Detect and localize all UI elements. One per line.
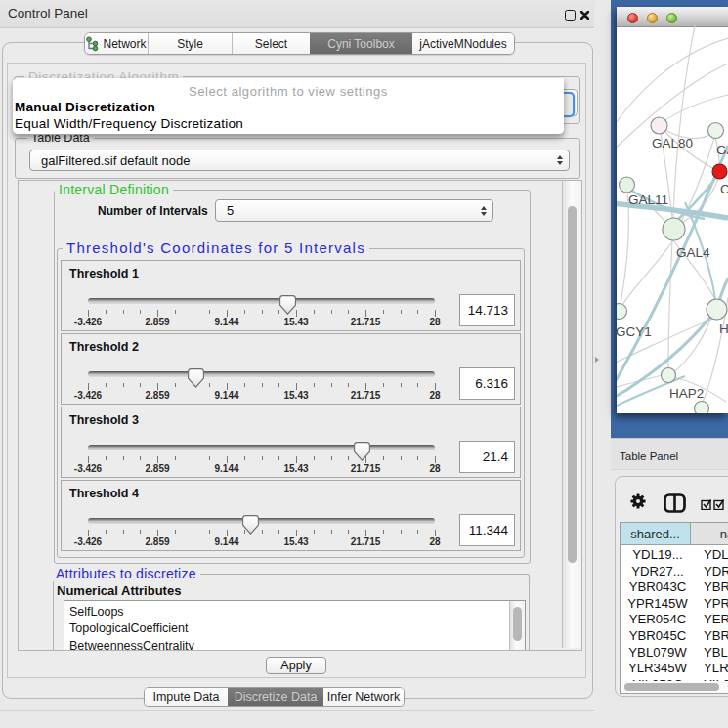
node-h[interactable] <box>707 299 727 320</box>
table-header-shared[interactable]: shared... <box>620 522 691 545</box>
slider-minor-tick <box>314 456 315 460</box>
control-panel-titlebar: Control Panel <box>0 0 594 28</box>
slider-major-tick <box>435 530 436 536</box>
threshold-value-field[interactable]: 21.4 <box>459 441 515 473</box>
tab-impute-data[interactable]: Impute Data <box>145 688 228 706</box>
threshold-value-field[interactable]: 11.344 <box>459 514 515 546</box>
dropdown-item-equal-width[interactable]: Equal Width/Frequency Discretization <box>13 115 566 132</box>
threshold-value-field[interactable]: 6.316 <box>459 367 515 400</box>
attribute-list-item[interactable]: BetweennessCentrality <box>64 638 525 651</box>
slider-major-tick <box>435 456 436 463</box>
table-row[interactable]: YBR045CYBR045C <box>625 628 728 645</box>
float-window-icon[interactable] <box>565 10 576 21</box>
slider-thumb[interactable] <box>188 368 204 388</box>
slider-minor-tick <box>401 530 402 534</box>
split-columns-icon[interactable] <box>664 493 686 513</box>
attributes-group-title: Attributes to discretize <box>52 567 200 581</box>
slider-minor-tick <box>175 383 176 387</box>
attributes-list-scrollbar[interactable] <box>509 601 525 650</box>
select-columns-icon[interactable] <box>701 498 726 510</box>
node-pink[interactable] <box>651 117 667 134</box>
slider-thumb[interactable] <box>279 295 296 315</box>
node-gcy1[interactable] <box>617 304 627 320</box>
tab-select[interactable]: Select <box>232 33 310 54</box>
table-row[interactable]: YBL079WYBL079W <box>625 645 728 662</box>
slider-track[interactable] <box>88 518 435 524</box>
slider-tick-label: 28 <box>429 536 440 547</box>
table-row[interactable]: YDR27...YDR27... <box>625 564 728 580</box>
slider-thumb[interactable] <box>354 442 370 461</box>
table-row[interactable]: YPR145WYPR145W <box>625 596 728 613</box>
slider-minor-tick <box>123 310 124 314</box>
tab-style-label: Style <box>177 37 203 51</box>
table-data-combobox[interactable]: galFiltered.sif default node <box>29 150 570 171</box>
network-node-label: GCY1 <box>617 324 652 339</box>
slider-minor-tick <box>106 456 107 460</box>
splitpane-divider-handle[interactable] <box>595 357 599 363</box>
node-bottom[interactable] <box>695 402 709 414</box>
tab-jactivemnodules[interactable]: jActiveMNodules <box>412 33 514 54</box>
main-vertical-scrollbar[interactable] <box>562 181 581 648</box>
tab-impute-data-label: Impute Data <box>152 690 219 704</box>
slider-thumb[interactable] <box>242 515 259 535</box>
network-node-label: HAP2 <box>669 386 704 401</box>
threshold-label: Threshold 1 <box>69 267 139 280</box>
attribute-list-item[interactable]: SelfLoops <box>64 604 525 621</box>
attribute-list-item[interactable]: TopologicalCoefficient <box>64 621 525 637</box>
node-gal4[interactable] <box>663 218 685 240</box>
slider-major-tick <box>296 530 297 536</box>
tab-style[interactable]: Style <box>148 33 232 54</box>
attributes-group: Attributes to discretize Numerical Attri… <box>53 574 530 651</box>
table-row[interactable]: YLR345WYLR345W <box>625 661 728 677</box>
slider-track[interactable] <box>88 371 435 377</box>
slider-minor-tick <box>123 383 124 387</box>
slider-minor-tick <box>314 383 315 387</box>
table-row[interactable]: YER054CYER054C <box>625 612 728 628</box>
node-gal11[interactable] <box>620 177 635 193</box>
slider-minor-tick <box>209 530 210 534</box>
slider-minor-tick <box>244 456 245 460</box>
slider-minor-tick <box>401 310 402 314</box>
slider-major-tick <box>157 530 158 536</box>
slider-tick-label: 21.715 <box>351 390 381 401</box>
network-view-window: GAL80GACGAL11GAL4GCY1HHAP2 <box>617 7 728 413</box>
slider-tick-label: 21.715 <box>351 463 381 474</box>
slider-minor-tick <box>348 310 349 314</box>
slider-major-tick <box>365 383 366 390</box>
table-header-name[interactable]: name <box>691 522 728 545</box>
tab-infer-network[interactable]: Infer Network <box>323 688 404 706</box>
slider-minor-tick <box>262 310 263 314</box>
apply-button[interactable]: Apply <box>266 657 326 674</box>
slider-tick-label: -3.426 <box>74 317 102 327</box>
zoom-traffic-light[interactable] <box>666 13 677 23</box>
number-of-intervals-label: Number of Intervals <box>98 204 208 218</box>
threshold-value-field[interactable]: 14.713 <box>459 294 515 326</box>
dropdown-item-manual-discretization[interactable]: Manual Discretization <box>13 99 566 115</box>
tab-network[interactable]: Network <box>85 33 148 54</box>
tab-discretize-data[interactable]: Discretize Data <box>228 688 323 706</box>
network-node-label: GAL11 <box>628 193 668 207</box>
slider-minor-tick <box>193 456 193 460</box>
slider-minor-tick <box>417 530 418 534</box>
close-traffic-light[interactable] <box>627 13 638 23</box>
slider-minor-tick <box>262 383 263 387</box>
node-hap2[interactable] <box>662 368 676 383</box>
minimize-traffic-light[interactable] <box>647 13 658 23</box>
number-of-intervals-combobox[interactable]: 5 <box>215 199 493 222</box>
close-icon[interactable] <box>580 11 589 20</box>
table-row[interactable]: YBR043CYBR043C <box>625 579 728 596</box>
slider-track[interactable] <box>88 298 435 304</box>
slider-track[interactable] <box>88 445 435 450</box>
tab-discretize-data-label: Discretize Data <box>235 690 318 704</box>
node-red[interactable] <box>712 164 727 179</box>
network-canvas[interactable]: GAL80GACGAL11GAL4GCY1HHAP2 <box>617 26 728 413</box>
table-row[interactable]: YDL19...YDL19... <box>625 547 728 564</box>
slider-minor-tick <box>348 383 349 387</box>
tab-cyni-toolbox[interactable]: Cyni Toolbox <box>310 33 412 54</box>
dropdown-item-prompt[interactable]: Select algorithm to view settings <box>13 83 564 100</box>
node-green-tr[interactable] <box>708 123 724 139</box>
slider-minor-tick <box>140 310 141 314</box>
table-hscrollbar[interactable] <box>621 681 728 693</box>
slider-tick-label: 9.144 <box>214 317 238 327</box>
gear-icon[interactable] <box>630 493 646 509</box>
